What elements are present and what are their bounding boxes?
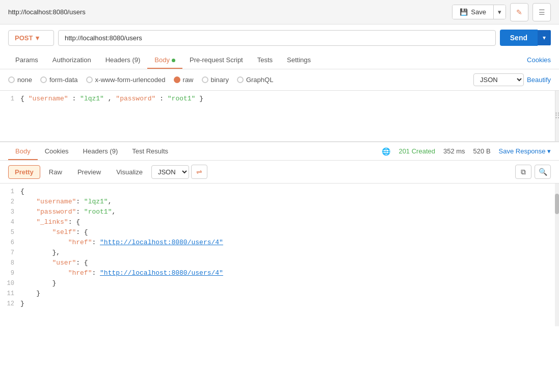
resp-line-4: 4 "_links": { (0, 218, 559, 228)
fmt-visualize[interactable]: Visualize (110, 165, 149, 179)
method-select[interactable]: POST ▾ (8, 30, 54, 46)
response-tabs: Body Cookies Headers (9) Test Results 🌐 … (0, 142, 559, 161)
scrollbar-track (555, 184, 559, 326)
resp-line-12: 12 } (0, 300, 559, 310)
search-button[interactable]: 🔍 (535, 165, 551, 179)
top-bar: http://localhost:8080/users 💾 Save ▾ ✎ ☰ (0, 0, 559, 24)
scrollbar-thumb[interactable] (555, 194, 559, 214)
option-none[interactable]: none (8, 76, 32, 84)
save-chevron-button[interactable]: ▾ (493, 5, 505, 19)
request-tabs: Params Authorization Headers (9) Body Pr… (0, 51, 559, 69)
filter-icon-button[interactable]: ⇌ (191, 165, 207, 179)
tab-headers[interactable]: Headers (9) (98, 51, 148, 69)
url-input[interactable] (58, 30, 496, 46)
send-button[interactable]: Send (500, 30, 538, 46)
response-format-bar: Pretty Raw Preview Visualize JSON XML HT… (0, 161, 559, 184)
tab-settings[interactable]: Settings (280, 51, 318, 69)
method-label: POST (15, 34, 33, 42)
option-raw[interactable]: raw (174, 76, 194, 84)
copy-button[interactable]: ⧉ (515, 165, 531, 179)
request-body-editor[interactable]: 1 { "username" : "lqz1" , "password" : "… (0, 91, 559, 142)
edit-icon: ✎ (516, 8, 522, 16)
resp-line-8: 8 "user": { (0, 259, 559, 269)
send-btn-group: Send ▾ (500, 30, 551, 46)
globe-icon: 🌐 (382, 147, 390, 155)
edit-button[interactable]: ✎ (510, 3, 528, 21)
cookies-link[interactable]: Cookies (527, 56, 551, 64)
radio-graphql (237, 76, 244, 83)
response-body: 1 { 2 "username": "lqz1", 3 "password": … (0, 184, 559, 326)
response-time: 352 ms (443, 147, 465, 155)
body-options-right: JSON Text JavaScript HTML XML Beautify (473, 73, 551, 86)
search-icon: 🔍 (539, 168, 547, 176)
body-options: none form-data x-www-form-urlencoded raw… (0, 69, 559, 91)
save-icon: 💾 (460, 8, 468, 16)
tabs-right: Cookies (527, 56, 551, 64)
resp-line-5: 5 "self": { (0, 228, 559, 239)
fmt-pretty[interactable]: Pretty (8, 165, 40, 179)
send-chevron-button[interactable]: ▾ (538, 30, 551, 45)
save-response-button[interactable]: Save Response ▾ (499, 147, 551, 155)
tab-body[interactable]: Body (147, 51, 182, 69)
resp-line-10: 10 } (0, 279, 559, 290)
save-btn-group: 💾 Save ▾ (452, 5, 506, 19)
radio-binary (202, 76, 208, 83)
resize-handle[interactable]: ⠿ (555, 91, 559, 141)
resp-tab-test-results[interactable]: Test Results (125, 142, 175, 160)
option-binary[interactable]: binary (202, 76, 229, 84)
tab-prerequest[interactable]: Pre-request Script (182, 51, 250, 69)
resp-tab-headers[interactable]: Headers (9) (76, 142, 125, 160)
save-response-chevron-icon: ▾ (547, 147, 551, 155)
request-section: POST ▾ Send ▾ Params Authorization Heade… (0, 24, 559, 142)
beautify-button[interactable]: Beautify (527, 76, 551, 84)
resp-line-3: 3 "password": "root1", (0, 208, 559, 218)
response-meta: 🌐 201 Created 352 ms 520 B Save Response… (382, 147, 551, 155)
top-actions: 💾 Save ▾ ✎ ☰ (452, 3, 551, 21)
self-href-link[interactable]: "http://localhost:8080/users/4" (100, 239, 223, 246)
resp-tab-cookies[interactable]: Cookies (38, 142, 76, 160)
resp-tab-body[interactable]: Body (8, 142, 38, 160)
resp-line-9: 9 "href": "http://localhost:8080/users/4… (0, 269, 559, 279)
tab-authorization[interactable]: Authorization (45, 51, 98, 69)
option-form-data[interactable]: form-data (40, 76, 78, 84)
user-href-link[interactable]: "http://localhost:8080/users/4" (100, 269, 223, 277)
topbar-url: http://localhost:8080/users (8, 8, 86, 16)
copy-icon: ⧉ (521, 168, 526, 176)
save-button[interactable]: 💾 Save (452, 5, 493, 19)
response-format-select[interactable]: JSON XML HTML (151, 165, 189, 179)
resp-line-11: 11 } (0, 290, 559, 300)
req-line-1: 1 { "username" : "lqz1" , "password" : "… (0, 95, 559, 105)
resp-line-6: 6 "href": "http://localhost:8080/users/4… (0, 239, 559, 249)
resp-line-2: 2 "username": "lqz1", (0, 198, 559, 208)
response-size: 520 B (473, 147, 491, 155)
resp-line-1: 1 { (0, 188, 559, 198)
filter-icon: ⇌ (196, 168, 202, 176)
comment-icon: ☰ (539, 8, 545, 16)
option-graphql[interactable]: GraphQL (237, 76, 273, 84)
tab-tests[interactable]: Tests (250, 51, 280, 69)
radio-raw (174, 76, 180, 83)
status-code: 201 Created (398, 147, 435, 155)
body-active-dot (172, 59, 175, 62)
tab-params[interactable]: Params (8, 51, 45, 69)
radio-urlencoded (86, 76, 93, 83)
fmt-preview[interactable]: Preview (71, 165, 108, 179)
comment-button[interactable]: ☰ (533, 3, 551, 21)
body-format-select[interactable]: JSON Text JavaScript HTML XML (473, 73, 524, 86)
response-section: Body Cookies Headers (9) Test Results 🌐 … (0, 142, 559, 326)
url-bar: POST ▾ Send ▾ (0, 24, 559, 51)
method-chevron-icon: ▾ (36, 34, 39, 42)
fmt-raw[interactable]: Raw (42, 165, 69, 179)
radio-none (8, 76, 15, 83)
radio-form-data (40, 76, 47, 83)
format-right: ⧉ 🔍 (515, 165, 551, 179)
resp-line-7: 7 }, (0, 249, 559, 259)
option-urlencoded[interactable]: x-www-form-urlencoded (86, 76, 166, 84)
